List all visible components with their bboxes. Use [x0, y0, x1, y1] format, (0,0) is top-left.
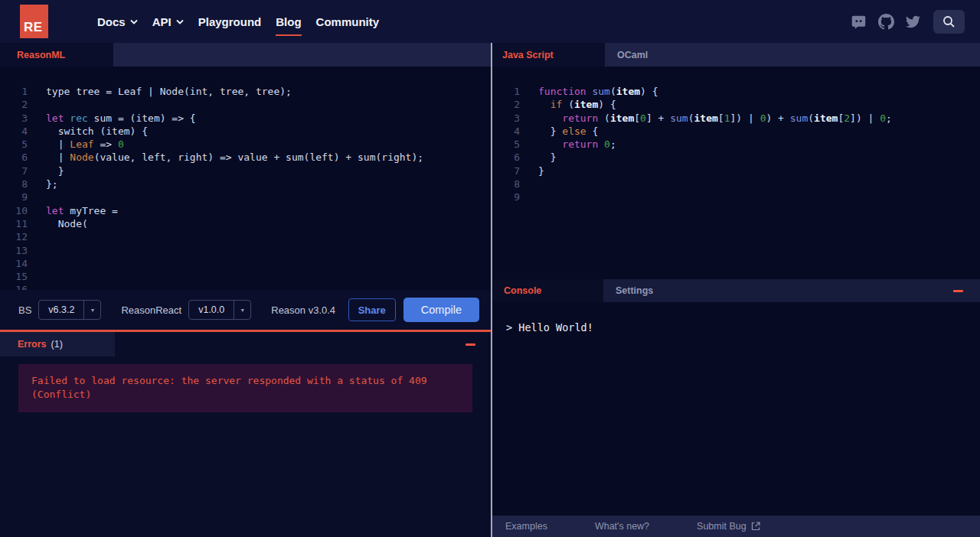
code-line [46, 244, 423, 257]
tab-console[interactable]: Console [492, 279, 603, 302]
code-line: function sum(item) { [538, 85, 892, 98]
playground-app: RE Docs API Playground Blog Community [0, 0, 980, 537]
tab-ocaml[interactable]: OCaml [605, 43, 660, 67]
link-label: What's new? [595, 521, 649, 532]
chevron-down-icon [176, 19, 184, 24]
code-line [46, 270, 423, 283]
code-line: } [538, 164, 892, 177]
nav-item-blog[interactable]: Blog [276, 12, 301, 31]
chevron-down-icon [130, 19, 138, 24]
bs-label: BS [18, 304, 31, 316]
tab-errors[interactable]: Errors (1) [0, 332, 115, 356]
bs-version-select[interactable]: v6.3.2 ▾ [38, 300, 101, 320]
chevron-down-icon: ▾ [234, 301, 250, 319]
code-line: } [46, 164, 423, 177]
line-number: 5 [492, 138, 520, 151]
code-line [46, 283, 423, 290]
line-number: 1 [0, 85, 28, 98]
nav-label: Docs [97, 15, 126, 28]
errors-title: Errors [18, 339, 47, 350]
reason-panel: ReasonML 123456789101112131415161718type… [0, 43, 491, 537]
tab-label: Java Script [502, 50, 554, 60]
share-button[interactable]: Share [348, 298, 396, 321]
code-line: } [538, 151, 892, 164]
code-line [538, 190, 892, 203]
line-number: 4 [492, 125, 520, 138]
line-number: 12 [0, 230, 28, 243]
line-number: 6 [492, 151, 520, 164]
reason-logo[interactable]: RE [20, 5, 48, 38]
code-line [46, 257, 423, 270]
code-line: | Leaf => 0 [46, 138, 423, 151]
playground-footer: Examples What's new? Submit Bug [492, 516, 980, 537]
code-line [46, 190, 423, 203]
line-number: 14 [0, 257, 28, 270]
nav-label: Community [316, 15, 380, 28]
console-log-line: > Hello World! [506, 321, 593, 334]
line-number: 7 [0, 164, 28, 177]
reason-version-text: Reason v3.0.4 [271, 304, 335, 316]
code-lines: type tree = Leaf | Node(int, tree, tree)… [46, 85, 423, 290]
twitter-icon[interactable] [906, 15, 920, 29]
line-number: 11 [0, 217, 28, 230]
tab-label: Console [504, 285, 541, 296]
errors-panel: Errors (1) Failed to load resource: the … [0, 332, 491, 537]
nav-label: API [152, 15, 172, 28]
line-number: 5 [0, 138, 28, 151]
examples-link[interactable]: Examples [505, 521, 547, 532]
errors-count-badge: (1) [51, 339, 63, 350]
line-number: 7 [492, 164, 520, 177]
line-number: 2 [492, 98, 520, 111]
reasonreact-label: ReasonReact [121, 304, 181, 316]
github-icon[interactable] [878, 14, 894, 30]
compile-button[interactable]: Compile [403, 298, 479, 322]
tab-label: ReasonML [17, 50, 65, 60]
collapse-console-icon[interactable] [953, 290, 963, 292]
line-number: 10 [0, 204, 28, 217]
errors-tabrow: Errors (1) [0, 332, 491, 356]
line-number: 9 [492, 190, 520, 203]
code-line: if (item) { [538, 98, 892, 111]
javascript-editor[interactable]: 123456789function sum(item) { if (item) … [492, 67, 980, 279]
line-number-gutter: 123456789 [492, 85, 520, 279]
link-label: Submit Bug [697, 521, 746, 532]
line-number: 3 [0, 112, 28, 125]
line-number: 2 [0, 98, 28, 111]
search-icon [942, 15, 956, 28]
compiler-toolbar: BS v6.3.2 ▾ ReasonReact v1.0.0 ▾ Reason … [0, 290, 491, 330]
nav-item-community[interactable]: Community [316, 12, 380, 31]
nav-item-api[interactable]: API [152, 12, 184, 31]
code-line: } else { [538, 125, 892, 138]
tab-javascript[interactable]: Java Script [492, 43, 605, 67]
code-line: }; [46, 177, 423, 190]
line-number: 3 [492, 112, 520, 125]
code-line: | Node(value, left, right) => value + su… [46, 151, 423, 164]
search-button[interactable] [933, 10, 965, 34]
external-link-icon [751, 522, 760, 531]
line-number: 6 [0, 151, 28, 164]
error-message: Failed to load resource: the server resp… [18, 364, 472, 412]
code-line: switch (item) { [46, 125, 423, 138]
submit-bug-link[interactable]: Submit Bug [697, 521, 760, 532]
main-area: ReasonML 123456789101112131415161718type… [0, 43, 980, 537]
nav-item-playground[interactable]: Playground [198, 12, 262, 31]
code-line: return 0; [538, 138, 892, 151]
code-lines: function sum(item) { if (item) { return … [538, 85, 892, 279]
reason-editor[interactable]: 123456789101112131415161718type tree = L… [0, 67, 491, 290]
line-number: 16 [0, 283, 28, 290]
tab-reasonml[interactable]: ReasonML [0, 43, 113, 67]
line-number: 8 [0, 177, 28, 190]
reason-tabbar: ReasonML [0, 43, 491, 67]
discord-icon[interactable] [851, 14, 867, 30]
tab-label: Settings [616, 285, 653, 296]
output-tabbar: Java Script OCaml [492, 43, 980, 67]
whats-new-link[interactable]: What's new? [595, 521, 649, 532]
reasonreact-version-select[interactable]: v1.0.0 ▾ [188, 300, 251, 320]
line-number: 4 [0, 125, 28, 138]
nav-label: Playground [198, 15, 262, 28]
tab-settings[interactable]: Settings [603, 279, 665, 302]
bs-version-value: v6.3.2 [39, 301, 83, 319]
nav-item-docs[interactable]: Docs [97, 12, 138, 31]
collapse-errors-icon[interactable] [466, 343, 475, 346]
code-line [538, 177, 892, 190]
